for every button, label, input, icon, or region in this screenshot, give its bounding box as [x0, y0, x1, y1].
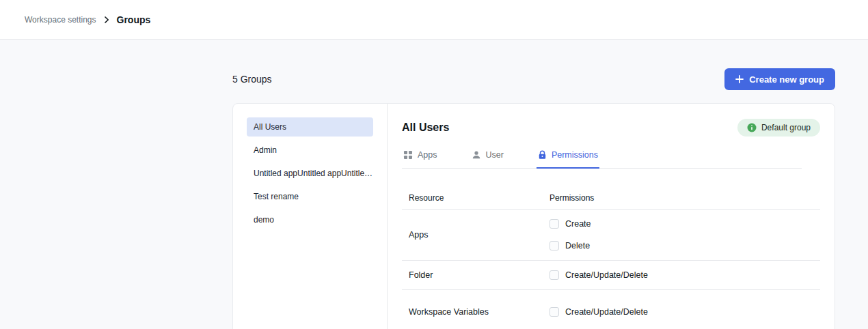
group-item-untitled-app[interactable]: Untitled appUntitled appUntitle…	[247, 164, 373, 183]
apps-grid-icon	[403, 150, 413, 160]
table-row-folder: Folder Create/Update/Delete	[402, 261, 820, 290]
resource-name: Folder	[409, 270, 550, 280]
permission-cells: Create/Update/Delete	[550, 270, 648, 281]
group-item-test-rename[interactable]: Test rename	[247, 187, 373, 206]
tab-apps-label: Apps	[418, 150, 437, 160]
permission-label: Create/Update/Delete	[565, 307, 648, 317]
tab-permissions-label: Permissions	[552, 150, 598, 160]
plus-icon	[735, 75, 744, 83]
group-item-admin[interactable]: Admin	[247, 141, 373, 160]
list-header: 5 Groups Create new group	[232, 68, 835, 90]
panel-header: All Users Default group	[402, 119, 820, 137]
group-title: All Users	[402, 121, 449, 134]
permission-cells: Create/Update/Delete	[550, 306, 648, 317]
groups-page: 5 Groups Create new group All Users Admi…	[232, 68, 835, 329]
chevron-right-icon	[102, 15, 111, 25]
folder-cud-checkbox[interactable]	[550, 270, 559, 280]
default-group-badge-label: Default group	[761, 123, 811, 132]
group-item-all-users[interactable]: All Users	[247, 117, 373, 137]
apps-create-checkbox[interactable]	[550, 219, 559, 229]
tab-permissions[interactable]: Permissions	[537, 150, 599, 169]
table-row-workspace-variables: Workspace Variables Create/Update/Delete	[402, 290, 820, 326]
group-item-demo[interactable]: demo	[247, 210, 373, 229]
resource-name: Workspace Variables	[409, 307, 550, 317]
group-item-label: Untitled appUntitled appUntitle…	[254, 169, 372, 178]
group-item-label: Test rename	[254, 192, 299, 201]
breadcrumb-workspace-settings[interactable]: Workspace settings	[25, 15, 96, 25]
create-new-group-label: Create new group	[749, 74, 824, 85]
apps-delete-checkbox[interactable]	[550, 241, 559, 251]
permission-label: Create	[565, 219, 591, 229]
permission-cell: Create	[550, 218, 591, 229]
breadcrumb-groups: Groups	[117, 14, 151, 25]
tab-bar: Apps User	[402, 150, 802, 169]
tab-apps[interactable]: Apps	[402, 150, 439, 169]
lock-icon	[538, 150, 547, 160]
create-new-group-button[interactable]: Create new group	[724, 68, 835, 90]
tab-user[interactable]: User	[470, 150, 505, 169]
group-item-label: Admin	[254, 145, 277, 155]
permissions-table: Resource Permissions Apps Create Delete	[402, 169, 820, 326]
permission-cell: Create/Update/Delete	[550, 270, 648, 281]
user-icon	[472, 150, 481, 160]
workspace-variables-cud-checkbox[interactable]	[550, 307, 559, 317]
groups-card: All Users Admin Untitled appUntitled app…	[232, 103, 835, 329]
permissions-column-header: Permissions	[550, 193, 594, 203]
table-row-apps: Apps Create Delete	[402, 210, 820, 261]
default-group-badge: Default group	[737, 119, 820, 137]
tab-user-label: User	[486, 150, 504, 160]
resource-name: Apps	[409, 230, 550, 240]
group-item-label: All Users	[254, 122, 286, 132]
permission-cell: Delete	[550, 240, 591, 251]
group-item-label: demo	[254, 215, 274, 225]
table-header-row: Resource Permissions	[402, 169, 820, 210]
permission-label: Create/Update/Delete	[565, 270, 648, 280]
permission-label: Delete	[565, 241, 590, 251]
top-bar: Workspace settings Groups	[0, 0, 868, 40]
resource-column-header: Resource	[409, 193, 550, 203]
permission-cells: Create Delete	[550, 218, 591, 251]
permission-cell: Create/Update/Delete	[550, 306, 648, 317]
group-list: All Users Admin Untitled appUntitled app…	[233, 104, 388, 329]
groups-count: 5 Groups	[232, 74, 272, 85]
info-icon	[747, 123, 757, 132]
group-detail-panel: All Users Default group	[388, 104, 835, 329]
